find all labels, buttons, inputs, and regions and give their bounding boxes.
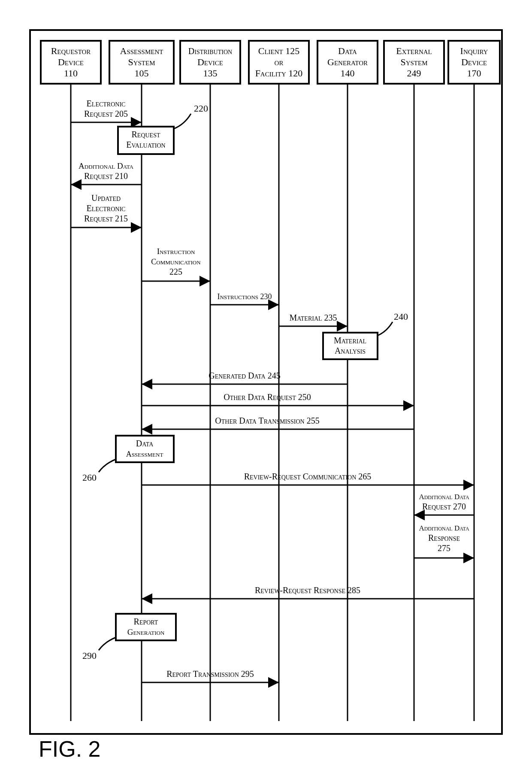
- msg-additional-data-request-210: Additional Data Request 210: [71, 161, 142, 185]
- sequence-diagram: Requestor Device 110 Assessment System 1…: [0, 0, 532, 779]
- distribution-l3: 135: [203, 68, 218, 79]
- svg-text:Report: Report: [134, 617, 158, 626]
- svg-text:Request 210: Request 210: [84, 171, 128, 181]
- activation-request-evaluation: Request Evaluation 220: [118, 103, 208, 154]
- activation-report-generation: Report Generation 290: [82, 614, 176, 661]
- svg-text:Material: Material: [334, 336, 366, 345]
- datagen-l3: 140: [341, 68, 355, 79]
- svg-text:Other Data Request 250: Other Data Request 250: [224, 392, 311, 402]
- svg-text:Other Data Transmission 255: Other Data Transmission 255: [215, 416, 319, 425]
- ext-l3: 249: [407, 68, 421, 79]
- svg-text:Evaluation: Evaluation: [126, 140, 165, 149]
- svg-text:Review-Request Communication 2: Review-Request Communication 265: [244, 472, 372, 481]
- svg-text:290: 290: [82, 650, 97, 661]
- assessment-l2: System: [128, 57, 155, 67]
- msg-review-request-communication: Review-Request Communication 265: [142, 472, 474, 485]
- svg-text:Electronic: Electronic: [87, 203, 126, 213]
- datagen-l2: Generator: [327, 57, 368, 67]
- svg-text:Material 235: Material 235: [289, 313, 337, 322]
- svg-text:Communication: Communication: [151, 258, 201, 266]
- svg-text:Request: Request: [131, 130, 160, 139]
- inq-l1: Inquiry: [460, 45, 488, 56]
- svg-text:260: 260: [82, 472, 97, 483]
- svg-text:225: 225: [169, 267, 182, 276]
- msg-instructions: Instructions 230: [210, 292, 279, 305]
- svg-text:Response: Response: [428, 533, 460, 543]
- svg-text:Additional Data: Additional Data: [79, 161, 134, 170]
- participant-requestor: Requestor Device 110: [41, 41, 101, 721]
- msg-other-data-transmission: Other Data Transmission 255: [142, 416, 414, 429]
- msg-updated-electronic-request: Updated Electronic Request 215: [71, 193, 142, 227]
- svg-text:Generation: Generation: [127, 627, 165, 637]
- participant-inquiry-device: Inquiry Device 170: [448, 41, 500, 721]
- participant-data-generator: Data Generator 140: [317, 41, 378, 721]
- svg-text:Request 215: Request 215: [84, 214, 128, 223]
- svg-text:Analysis: Analysis: [335, 346, 366, 355]
- msg-electronic-request: Electronic Request 205: [71, 99, 142, 122]
- client-l1: Client 125: [258, 45, 300, 56]
- svg-text:240: 240: [394, 311, 408, 322]
- inq-l2: Device: [461, 57, 487, 67]
- client-l2: or: [275, 57, 284, 67]
- msg-additional-data-request-270: Additional Data Request 270: [414, 493, 474, 515]
- client-l3: Facility 120: [255, 68, 303, 79]
- msg-other-data-request: Other Data Request 250: [142, 392, 414, 406]
- svg-text:Additional Data: Additional Data: [419, 524, 469, 532]
- requestor-l1: Requestor: [51, 45, 91, 56]
- svg-text:Generated Data 245: Generated Data 245: [209, 371, 280, 380]
- msg-material: Material 235: [279, 313, 348, 326]
- svg-text:Updated: Updated: [91, 193, 121, 203]
- svg-text:Review-Request Response 285: Review-Request Response 285: [255, 585, 360, 595]
- svg-text:275: 275: [438, 543, 450, 553]
- svg-text:Data: Data: [136, 439, 154, 448]
- svg-text:Instruction: Instruction: [157, 247, 195, 256]
- ext-l2: System: [400, 57, 427, 67]
- svg-text:Additional Data: Additional Data: [419, 493, 469, 501]
- requestor-l2: Device: [58, 57, 84, 67]
- svg-text:Report Transmission 295: Report Transmission 295: [166, 669, 254, 679]
- ext-l1: External: [396, 45, 432, 56]
- datagen-l1: Data: [338, 45, 357, 56]
- msg-generated-data: Generated Data 245: [142, 371, 348, 384]
- svg-text:Request 205: Request 205: [84, 109, 128, 118]
- activation-data-assessment: Data Assessment 260: [82, 436, 174, 483]
- svg-text:Assessment: Assessment: [126, 450, 163, 458]
- svg-text:220: 220: [194, 103, 208, 114]
- participant-distribution: Distribution Device 135: [180, 41, 240, 721]
- inq-l3: 170: [467, 68, 481, 79]
- assessment-l1: Assessment: [120, 45, 163, 56]
- svg-text:Electronic: Electronic: [87, 99, 126, 108]
- msg-instruction-communication: Instruction Communication 225: [142, 247, 210, 281]
- distribution-l1: Distribution: [188, 46, 232, 56]
- requestor-l3: 110: [64, 68, 78, 79]
- assessment-l3: 105: [135, 68, 149, 79]
- msg-additional-data-response: Additional Data Response 275: [414, 524, 474, 558]
- figure-caption: FIG. 2: [39, 736, 100, 762]
- svg-text:Request 270: Request 270: [422, 502, 466, 511]
- participant-external-system: External System 249: [384, 41, 444, 721]
- distribution-l2: Device: [197, 57, 223, 67]
- msg-review-request-response: Review-Request Response 285: [142, 585, 474, 599]
- participant-client: Client 125 or Facility 120: [249, 41, 309, 721]
- svg-text:Instructions 230: Instructions 230: [217, 292, 272, 301]
- svg-rect-0: [30, 30, 502, 734]
